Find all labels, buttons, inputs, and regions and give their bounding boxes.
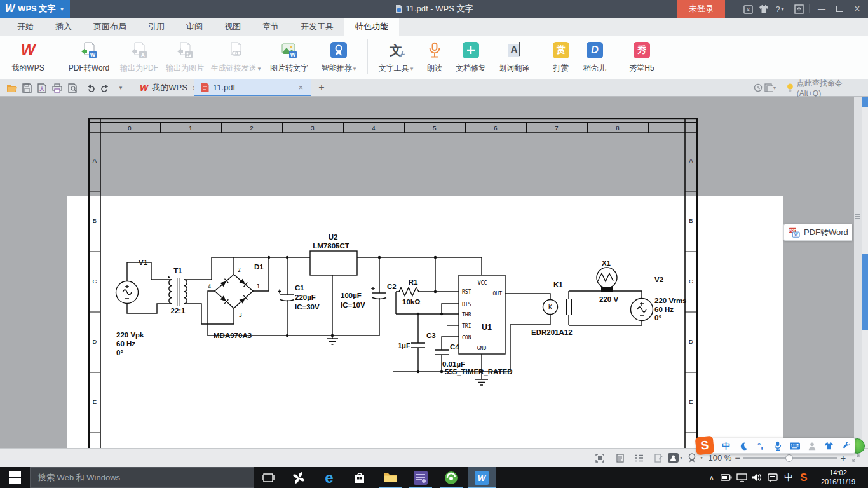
ribbon-tab-insert[interactable]: 插入	[44, 18, 83, 36]
zoom-slider[interactable]	[743, 458, 837, 459]
undo-button[interactable]	[83, 79, 98, 96]
zoom-slider-thumb[interactable]	[785, 454, 793, 462]
print-preview-button[interactable]	[65, 79, 80, 96]
tab-11-pdf[interactable]: 11.pdf ×	[194, 79, 311, 96]
ribbon-tab-section[interactable]: 章节	[252, 18, 290, 36]
chevron-down-icon: ▾	[773, 85, 776, 91]
ribbon-tab-view[interactable]: 视图	[214, 18, 252, 36]
text-tool-button[interactable]: 文 文字工具▾	[372, 37, 419, 78]
document-repair-button[interactable]: 文档修复	[450, 37, 492, 78]
ribbon-tab-review[interactable]: 审阅	[175, 18, 214, 36]
skin-shirt-icon[interactable]	[757, 0, 771, 18]
ime-skin-shirt-icon[interactable]	[820, 438, 837, 454]
new-tab-button[interactable]: +	[315, 79, 328, 96]
speaker-icon[interactable]	[750, 467, 764, 488]
chevron-down-icon: ▾	[782, 6, 784, 12]
pinwheel-app-button[interactable]	[285, 467, 313, 488]
ime-punctuation-toggle[interactable]: °,	[752, 438, 769, 454]
app-menu-button[interactable]: W WPS 文字 ▾	[0, 0, 70, 18]
window-title: 11.pdf - WPS 文字	[0, 0, 868, 18]
scrollbar-top-marker[interactable]	[862, 97, 868, 107]
read-aloud-button[interactable]: 朗读	[419, 37, 450, 78]
ime-account-icon[interactable]	[803, 438, 820, 454]
share-link-button: 生成链接发送▾	[208, 37, 264, 78]
collapse-ribbon-button[interactable]	[791, 0, 806, 18]
docer-button[interactable]: D 稻壳儿	[576, 37, 613, 78]
ime-indicator[interactable]: 中	[782, 467, 796, 488]
ribbon-tab-home[interactable]: 开始	[6, 18, 44, 36]
page-view-icon[interactable]	[613, 449, 628, 467]
chevron-down-icon[interactable]: ▾	[677, 449, 685, 467]
windows-store-button[interactable]	[346, 467, 374, 488]
start-button[interactable]	[0, 467, 30, 488]
tray-clock[interactable]: 14:02 2016/11/19	[815, 468, 862, 486]
ime-lang-toggle[interactable]: 中	[717, 438, 735, 454]
help-button[interactable]: ?▾	[772, 0, 787, 18]
taskbar-search-box[interactable]: 搜索 Web 和 Windows	[30, 467, 254, 488]
reward-button[interactable]: 赏 打赏	[546, 37, 576, 78]
battery-icon[interactable]	[719, 467, 733, 488]
export-pdf-icon: A	[131, 42, 147, 58]
wps-taskbar-button[interactable]: W	[468, 467, 496, 488]
ribbon-tab-page-layout[interactable]: 页面布局	[83, 18, 137, 36]
chevron-down-icon: ▾	[353, 65, 356, 72]
maximize-button[interactable]	[831, 0, 848, 18]
ime-mic-icon[interactable]	[769, 438, 786, 454]
find-command-box[interactable]: 点此查找命令 (Alt+Q)	[787, 79, 868, 96]
lightbulb-icon	[787, 83, 794, 92]
ime-moon-icon[interactable]	[735, 438, 752, 454]
paste-options-dropdown[interactable]: ▾	[761, 79, 779, 96]
scrollbar-thumb[interactable]	[862, 254, 868, 330]
ime-keyboard-icon[interactable]	[786, 438, 803, 454]
pdf-to-word-button[interactable]: W PDF转Word	[62, 37, 116, 78]
task-view-button[interactable]	[254, 467, 282, 488]
file-explorer-button[interactable]	[376, 467, 404, 488]
wps-logo-icon: W	[140, 83, 148, 93]
ribbon-tab-references[interactable]: 引用	[137, 18, 175, 36]
minimize-button[interactable]: —	[813, 0, 830, 18]
wps-logo-icon: W	[5, 3, 15, 15]
svg-text:W: W	[478, 473, 487, 483]
network-icon[interactable]	[735, 467, 749, 488]
wps-logo-icon: W	[21, 41, 36, 59]
svg-text:8: 8	[616, 125, 619, 132]
login-button[interactable]: 未登录	[677, 0, 725, 18]
ribbon-tab-special-features[interactable]: 特色功能	[344, 18, 399, 36]
export-pdf-quick-button[interactable]: 人	[34, 79, 50, 96]
save-button[interactable]	[19, 79, 34, 96]
export-image-icon	[177, 42, 193, 58]
wrench-icon	[398, 51, 406, 59]
close-button[interactable]: ×	[849, 0, 865, 18]
green-browser-button[interactable]	[437, 467, 465, 488]
purple-app-button[interactable]	[407, 467, 435, 488]
qat-customize-dropdown[interactable]: ▾	[116, 79, 126, 96]
chevron-down-icon: ▾	[60, 6, 64, 12]
fit-selection-icon[interactable]	[592, 449, 607, 467]
vertical-scrollbar[interactable]	[862, 97, 868, 448]
redo-button[interactable]	[98, 79, 113, 96]
word-translate-button[interactable]: A 划词翻译	[492, 37, 536, 78]
taskbar: 搜索 Web 和 Windows e W ∧ 中 S 14:02 2016/11…	[0, 467, 868, 488]
xiutang-h5-button[interactable]: 秀 秀堂H5	[623, 37, 661, 78]
ime-wrench-icon[interactable]	[837, 438, 855, 454]
sogou-logo-icon[interactable]: S	[695, 436, 715, 456]
notification-icon[interactable]	[765, 467, 780, 488]
image-to-text-button[interactable]: W 图片转文字	[264, 37, 315, 78]
close-tab-icon[interactable]: ×	[297, 83, 304, 92]
smart-recommend-button[interactable]: 智能推荐▾	[315, 37, 363, 78]
print-button[interactable]	[50, 79, 65, 96]
pdf-to-word-side-button[interactable]: PDFW PDF转Word	[783, 224, 852, 241]
ribbon-tab-developer[interactable]: 开发工具	[290, 18, 344, 36]
open-file-button[interactable]	[4, 79, 19, 96]
outline-view-icon[interactable]	[632, 449, 647, 467]
edge-browser-button[interactable]: e	[315, 467, 343, 488]
my-wps-button[interactable]: W 我的WPS	[4, 37, 52, 78]
panel-splitter[interactable]	[854, 97, 862, 448]
wallet-icon[interactable]: ¥	[741, 0, 755, 18]
document-repair-icon	[463, 42, 479, 58]
doc-locate-icon[interactable]	[651, 449, 666, 467]
share-link-icon	[227, 42, 244, 58]
xiutang-icon: 秀	[634, 42, 650, 58]
tray-expand-chevron[interactable]: ∧	[705, 467, 718, 488]
sogou-tray-icon[interactable]: S	[797, 467, 811, 488]
